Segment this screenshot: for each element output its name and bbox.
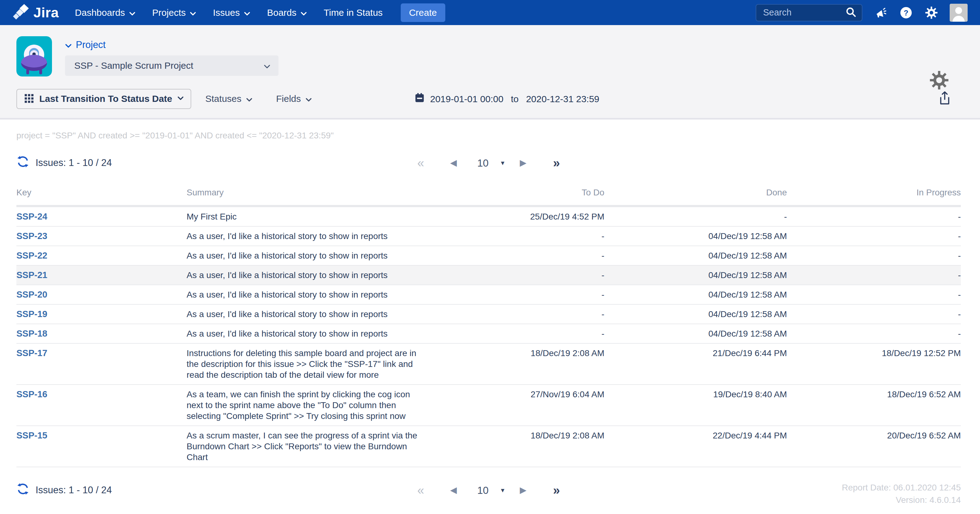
in-progress-cell: - [787, 285, 961, 304]
grid-icon [24, 93, 34, 105]
nav-item-dashboards[interactable]: Dashboards [75, 8, 135, 18]
issue-key-link[interactable]: SSP-23 [16, 231, 47, 241]
date-range-picker[interactable]: 2019-01-01 00:00 to 2020-12-31 23:59 [414, 92, 600, 105]
user-avatar[interactable] [950, 4, 967, 22]
table-row: SSP-20As a user, I'd like a historical s… [16, 285, 961, 304]
filter-bar: Last Transition To Status Date Statuses … [16, 89, 961, 109]
first-page-button[interactable]: « [417, 484, 424, 496]
page-size-value[interactable]: 10 [477, 158, 488, 168]
report-type-button[interactable]: Last Transition To Status Date [16, 89, 191, 109]
issues-table: Key Summary To Do Done In Progress SSP-2… [16, 188, 961, 467]
todo-cell: - [428, 324, 605, 343]
key-cell: SSP-15 [16, 426, 186, 467]
table-row: SSP-18As a user, I'd like a historical s… [16, 324, 961, 343]
first-page-button[interactable]: « [417, 157, 424, 169]
refresh-icon[interactable] [16, 482, 29, 498]
in-progress-cell: 18/Dec/19 6:52 AM [787, 385, 961, 426]
summary-cell: As a team, we can finish the sprint by c… [186, 385, 428, 426]
create-button[interactable]: Create [401, 3, 445, 22]
page-size-caret-icon[interactable]: ▼ [500, 487, 506, 493]
top-navbar: Jira Dashboards Projects Issues Boards T… [0, 0, 980, 25]
issue-key-link[interactable]: SSP-21 [16, 270, 47, 280]
issues-table-body: SSP-24My First Epic25/Dec/19 4:52 PM--SS… [16, 206, 961, 467]
key-cell: SSP-20 [16, 285, 186, 304]
key-cell: SSP-23 [16, 226, 186, 246]
fields-label: Fields [276, 94, 301, 104]
todo-cell: 27/Nov/19 6:04 AM [428, 385, 605, 426]
table-row: SSP-21As a user, I'd like a historical s… [16, 265, 961, 285]
search-box[interactable] [756, 4, 862, 21]
page-size-caret-icon[interactable]: ▼ [500, 160, 506, 166]
issue-key-link[interactable]: SSP-22 [16, 251, 47, 260]
in-progress-cell: - [787, 304, 961, 324]
last-page-button[interactable]: » [553, 157, 560, 169]
chevron-down-icon [301, 8, 307, 18]
table-row: SSP-23As a user, I'd like a historical s… [16, 226, 961, 246]
date-to-word: to [511, 94, 519, 104]
issue-key-link[interactable]: SSP-24 [16, 211, 47, 221]
project-collapse-toggle[interactable]: Project [65, 39, 278, 51]
todo-cell: - [428, 246, 605, 265]
statuses-dropdown[interactable]: Statuses [205, 94, 253, 104]
prev-page-button[interactable]: ◀ [450, 158, 457, 167]
report-meta: Report Date: 06.01.2020 12:45 Version: 4… [842, 482, 961, 506]
chevron-down-icon [246, 94, 253, 104]
summary-cell: My First Epic [186, 206, 428, 227]
project-select-value: SSP - Sample Scrum Project [74, 61, 193, 71]
in-progress-cell: - [787, 206, 961, 227]
jql-query-text: project = "SSP" AND created >= "2019-01-… [16, 131, 961, 140]
column-header-inprogress: In Progress [787, 188, 961, 206]
last-page-button[interactable]: » [553, 484, 560, 496]
issue-key-link[interactable]: SSP-17 [16, 348, 47, 358]
fields-dropdown[interactable]: Fields [276, 94, 312, 104]
search-input[interactable] [762, 7, 842, 18]
column-header-summary: Summary [186, 188, 428, 206]
summary-cell: As a scrum master, I can see the progres… [186, 426, 428, 467]
key-cell: SSP-16 [16, 385, 186, 426]
issue-key-link[interactable]: SSP-19 [16, 309, 47, 319]
chevron-down-icon [177, 96, 184, 101]
refresh-icon[interactable] [16, 155, 29, 171]
todo-cell: - [428, 304, 605, 324]
announcement-icon[interactable] [873, 6, 888, 20]
key-cell: SSP-17 [16, 343, 186, 385]
project-meta: Project SSP - Sample Scrum Project [65, 36, 278, 77]
column-header-todo: To Do [428, 188, 605, 206]
report-body: project = "SSP" AND created >= "2019-01-… [0, 131, 980, 509]
issue-key-link[interactable]: SSP-16 [16, 389, 47, 399]
nav-item-projects[interactable]: Projects [152, 8, 196, 18]
nav-item-boards[interactable]: Boards [267, 8, 307, 18]
summary-cell: Instructions for deleting this sample bo… [186, 343, 428, 385]
date-to: 2020-12-31 23:59 [526, 94, 600, 104]
gear-icon[interactable] [924, 6, 939, 20]
done-cell: 04/Dec/19 12:58 AM [605, 226, 787, 246]
report-settings-gear-icon[interactable] [929, 70, 949, 91]
done-cell: 04/Dec/19 12:58 AM [605, 324, 787, 343]
column-header-key: Key [16, 188, 186, 206]
next-page-button[interactable]: ▶ [520, 158, 527, 167]
jira-logo[interactable]: Jira [13, 3, 59, 22]
help-icon[interactable]: ? [899, 6, 913, 20]
next-page-button[interactable]: ▶ [520, 486, 527, 495]
in-progress-cell: - [787, 246, 961, 265]
project-select[interactable]: SSP - Sample Scrum Project [65, 56, 278, 76]
done-cell: 04/Dec/19 12:58 AM [605, 246, 787, 265]
todo-cell: - [428, 285, 605, 304]
issue-key-link[interactable]: SSP-18 [16, 329, 47, 338]
todo-cell: 25/Dec/19 4:52 PM [428, 206, 605, 227]
nav-item-issues[interactable]: Issues [213, 8, 250, 18]
statuses-label: Statuses [205, 94, 242, 104]
page-size-value[interactable]: 10 [477, 485, 488, 495]
search-icon[interactable] [845, 6, 857, 19]
issue-key-link[interactable]: SSP-20 [16, 289, 47, 299]
todo-cell: - [428, 265, 605, 285]
nav-item-label: Boards [267, 8, 296, 18]
bottom-list-bar: Issues: 1 - 10 / 24 « ◀ 10 ▼ ▶ » Report … [16, 482, 961, 509]
issue-key-link[interactable]: SSP-15 [16, 430, 47, 440]
export-icon[interactable] [938, 91, 951, 107]
nav-item-label: Dashboards [75, 8, 125, 18]
key-cell: SSP-19 [16, 304, 186, 324]
nav-item-time-in-status[interactable]: Time in Status [324, 8, 383, 18]
report-version: Version: 4.6.0.14 [842, 494, 961, 506]
prev-page-button[interactable]: ◀ [450, 486, 457, 495]
